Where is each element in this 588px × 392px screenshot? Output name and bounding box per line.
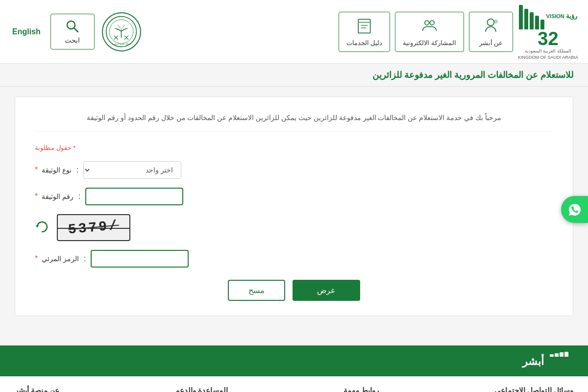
refresh-button[interactable] — [35, 220, 49, 236]
footer-logo: أبشر — [522, 352, 573, 371]
page-title: للاستعلام عن المخالفات المرورية الغير مد… — [372, 70, 573, 80]
book-icon — [356, 17, 373, 36]
svg-rect-3 — [358, 19, 370, 33]
person-icon — [482, 17, 499, 36]
clear-button[interactable]: مسح — [228, 280, 285, 301]
search-button[interactable]: ابحث — [50, 14, 95, 49]
visual-code-row: : الرمز المرئي * — [35, 250, 553, 268]
svg-rect-15 — [560, 352, 564, 357]
search-label: ابحث — [65, 36, 80, 44]
doc-number-label: رقم الوثيقة * — [35, 192, 74, 201]
svg-rect-16 — [564, 352, 568, 357]
required-note: * حقول مطلوبة — [35, 144, 553, 151]
page-title-bar: للاستعلام عن المخالفات المرورية الغير مد… — [0, 64, 588, 87]
footer: أبشر وسائل التواصل الاجتماعي روابط مهمة … — [0, 345, 588, 392]
footer-top: أبشر — [0, 347, 588, 376]
welcome-text: مرحباً بك في خدمة الاستعلام عن المخالفات… — [35, 112, 553, 132]
services-label: دليل الخدمات — [346, 39, 383, 47]
svg-text:المملكة العربية السعودية: المملكة العربية السعودية — [112, 43, 131, 45]
footer-social-title: وسائل التواصل الاجتماعي — [494, 386, 573, 392]
svg-rect-13 — [550, 354, 554, 357]
english-link[interactable]: English — [10, 25, 43, 39]
people-icon — [421, 17, 438, 36]
svg-rect-14 — [555, 353, 559, 357]
visual-code-label: الرمز المرئي * — [35, 254, 79, 263]
captcha-text: /5379 — [68, 218, 120, 238]
footer-links: روابط مهمة — [343, 386, 379, 392]
display-button[interactable]: عرض — [293, 280, 360, 301]
buttons-row: عرض مسح — [35, 280, 553, 301]
header: رؤية VISION 23 المملكة العربية السعوديةK… — [0, 0, 588, 64]
svg-line-12 — [74, 28, 78, 32]
form-card: مرحباً بك في خدمة الاستعلام عن المخالفات… — [15, 97, 573, 316]
doc-type-colon: : — [76, 166, 78, 174]
doc-number-required-star: * — [35, 192, 38, 200]
doc-number-colon: : — [78, 192, 80, 201]
vision-logo: رؤية VISION 23 المملكة العربية السعوديةK… — [518, 2, 578, 60]
doc-type-label: نوع الوثيقة * — [35, 166, 72, 174]
footer-support-title: المساعدة والدعم — [175, 386, 228, 392]
footer-logo-icon — [549, 352, 573, 371]
footer-about-title: عن منصة أبشر — [15, 386, 59, 392]
footer-content: وسائل التواصل الاجتماعي روابط مهمة المسا… — [0, 376, 588, 392]
svg-point-1 — [425, 21, 429, 25]
header-left: رؤية VISION 23 المملكة العربية السعوديةK… — [339, 2, 578, 60]
svg-point-2 — [430, 21, 435, 25]
footer-links-title: روابط مهمة — [343, 386, 379, 392]
ministry-logo: المملكة العربية السعودية — [102, 12, 141, 51]
vision-text: رؤية VISION — [546, 12, 578, 20]
main-content: مرحباً بك في خدمة الاستعلام عن المخالفات… — [0, 87, 588, 326]
nav-participation[interactable]: المشاركة الالكترونية — [395, 12, 464, 52]
doc-number-row: : رقم الوثيقة * — [35, 188, 553, 205]
search-icon — [65, 19, 80, 34]
visual-code-required-star: * — [35, 254, 38, 263]
refresh-icon — [35, 220, 49, 234]
about-label: عن أبشر — [479, 39, 503, 47]
vision-chart-bars — [519, 2, 544, 29]
whatsapp-icon — [568, 203, 582, 217]
doc-number-input[interactable] — [85, 188, 183, 205]
footer-absher-text: أبشر — [522, 355, 544, 368]
doc-type-required-star: * — [35, 166, 38, 174]
visual-code-colon: : — [84, 254, 86, 263]
footer-about: عن منصة أبشر — [15, 386, 59, 392]
header-right: المملكة العربية السعودية ابحث English — [10, 12, 141, 51]
nav-services[interactable]: دليل الخدمات — [339, 12, 391, 52]
doc-type-row: اختر واحد : نوع الوثيقة * — [35, 161, 553, 179]
footer-support: المساعدة والدعم — [175, 386, 228, 392]
vision-sub: المملكة العربية السعوديةKINGDOM OF SAUDI… — [518, 48, 578, 60]
captcha-row: /5379 — [35, 214, 553, 241]
svg-point-0 — [494, 19, 498, 24]
nav-about[interactable]: عن أبشر — [469, 12, 513, 52]
captcha-image: /5379 — [57, 214, 130, 241]
doc-type-select[interactable]: اختر واحد — [83, 161, 181, 179]
whatsapp-button[interactable] — [561, 196, 588, 223]
vision-year: 23 — [538, 29, 558, 48]
participation-label: المشاركة الالكترونية — [403, 39, 456, 47]
footer-social: وسائل التواصل الاجتماعي — [494, 386, 573, 392]
visual-code-input[interactable] — [91, 250, 189, 268]
